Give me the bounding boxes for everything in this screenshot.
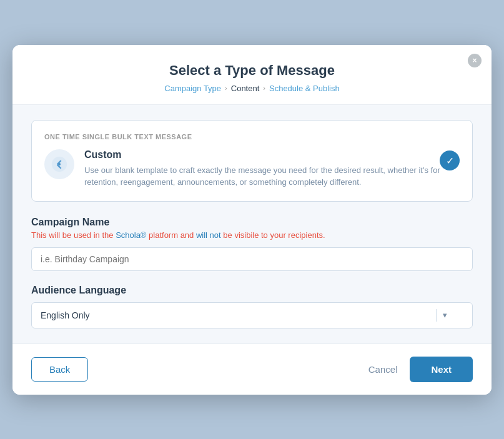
- audience-language-section: Audience Language English Only ▾: [31, 285, 473, 328]
- card-text-content: Custom Use our blank template to craft e…: [84, 149, 460, 189]
- campaign-name-note: This will be used in the Schola® platfor…: [31, 230, 473, 240]
- footer-right: Cancel Next: [368, 357, 473, 382]
- custom-svg-icon: [51, 156, 67, 172]
- breadcrumb-sep-1: ›: [225, 84, 227, 92]
- close-button[interactable]: ×: [468, 54, 482, 67]
- modal-footer: Back Cancel Next: [12, 343, 492, 395]
- audience-language-label: Audience Language: [31, 285, 473, 296]
- modal-container: Select a Type of Message Campaign Type ›…: [12, 45, 492, 395]
- card-description: Use our blank template to craft exactly …: [84, 164, 460, 189]
- breadcrumb: Campaign Type › Content › Schedule & Pub…: [31, 84, 473, 93]
- audience-language-select-wrapper: English Only ▾: [31, 302, 473, 328]
- campaign-name-input[interactable]: [31, 247, 473, 271]
- audience-language-select[interactable]: English Only ▾: [31, 302, 473, 328]
- campaign-name-section: Campaign Name This will be used in the S…: [31, 217, 473, 285]
- card-content: Custom Use our blank template to craft e…: [44, 149, 460, 189]
- selected-check-icon: ✓: [440, 150, 460, 170]
- dropdown-arrow-icon: ▾: [443, 310, 447, 320]
- message-type-card[interactable]: ONE TIME SINGLE BULK TEXT MESSAGE: [31, 120, 473, 202]
- card-section-label: ONE TIME SINGLE BULK TEXT MESSAGE: [44, 133, 460, 141]
- breadcrumb-schedule-publish[interactable]: Schedule & Publish: [269, 84, 340, 93]
- back-button[interactable]: Back: [31, 357, 88, 382]
- breadcrumb-sep-2: ›: [263, 84, 265, 92]
- campaign-name-label: Campaign Name: [31, 217, 473, 228]
- breadcrumb-content[interactable]: Content: [231, 84, 260, 93]
- modal-header: Select a Type of Message Campaign Type ›…: [12, 45, 492, 105]
- audience-language-selected: English Only: [41, 310, 90, 320]
- custom-icon: [44, 149, 74, 179]
- next-button[interactable]: Next: [410, 357, 473, 382]
- svg-point-3: [58, 162, 61, 165]
- modal-title: Select a Type of Message: [31, 62, 473, 79]
- select-divider: [436, 309, 437, 322]
- card-title: Custom: [84, 149, 460, 160]
- breadcrumb-campaign-type[interactable]: Campaign Type: [164, 84, 221, 93]
- modal-body: ONE TIME SINGLE BULK TEXT MESSAGE: [12, 105, 492, 343]
- cancel-button[interactable]: Cancel: [368, 364, 398, 375]
